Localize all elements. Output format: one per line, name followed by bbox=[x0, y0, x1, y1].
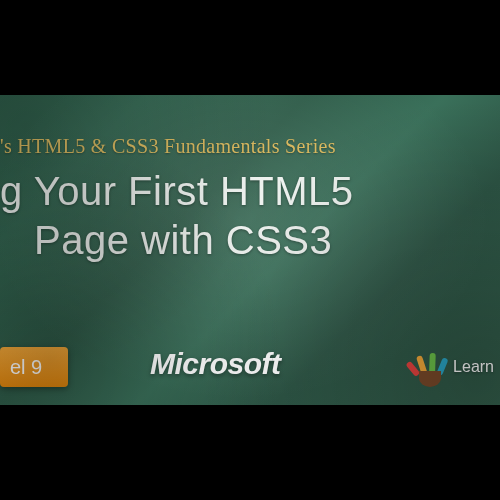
title-line-1: g Your First HTML5 bbox=[0, 167, 500, 216]
channel9-badge: el 9 bbox=[0, 347, 68, 387]
letterbox-top bbox=[0, 0, 500, 95]
slide-title: g Your First HTML5 Page with CSS3 bbox=[0, 167, 500, 265]
hand-icon bbox=[413, 349, 447, 389]
letterbox-bottom bbox=[0, 405, 500, 500]
chalkboard-slide: 's HTML5 & CSS3 Fundamentals Series g Yo… bbox=[0, 95, 500, 405]
series-label: 's HTML5 & CSS3 Fundamentals Series bbox=[0, 135, 500, 158]
logo-row: el 9 Microsoft Learn bbox=[0, 335, 500, 405]
learn-logo: Learn bbox=[413, 349, 494, 389]
title-line-2: Page with CSS3 bbox=[0, 216, 500, 265]
learn-label: Learn bbox=[453, 358, 494, 380]
microsoft-logo: Microsoft bbox=[150, 347, 281, 381]
